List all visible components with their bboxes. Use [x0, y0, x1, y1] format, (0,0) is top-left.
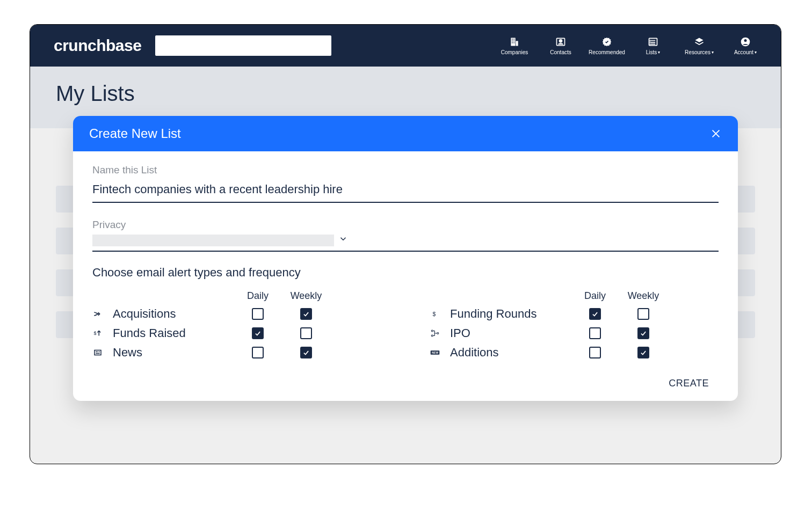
svg-point-30: [437, 333, 439, 334]
svg-rect-23: [95, 350, 101, 355]
news-icon: [92, 347, 103, 358]
badge-check-icon: [601, 36, 612, 47]
freq-header-daily: Daily: [236, 290, 279, 302]
modal-footer: CREATE: [73, 375, 738, 401]
alert-row-acquisitions: Acquisitions: [92, 307, 381, 321]
contact-card-icon: [555, 36, 566, 47]
svg-point-18: [744, 39, 747, 42]
checkbox-acquisitions-daily[interactable]: [252, 308, 264, 320]
nav-right: Companies Contacts Recommended: [494, 36, 766, 55]
nav-label: Lists: [646, 49, 657, 55]
freq-header-weekly: Weekly: [622, 290, 665, 302]
svg-point-28: [431, 330, 433, 332]
privacy-select[interactable]: [92, 234, 719, 252]
alert-label: Additions: [450, 346, 568, 360]
nav-lists[interactable]: Lists▾: [633, 36, 673, 55]
svg-point-14: [650, 40, 650, 41]
svg-text:$: $: [433, 311, 436, 317]
svg-point-16: [650, 43, 650, 44]
privacy-value-placeholder: [92, 235, 334, 246]
alerts-col-left: Daily Weekly Acquisitions $ Funds Raised: [92, 290, 381, 365]
alerts-grid: Daily Weekly Acquisitions $ Funds Raised: [92, 290, 719, 365]
svg-rect-7: [516, 41, 518, 46]
svg-text:$: $: [94, 331, 97, 336]
svg-rect-0: [511, 38, 515, 46]
org-chart-icon: [430, 328, 440, 339]
alert-label: Funds Raised: [113, 326, 231, 340]
nav-label: Companies: [501, 49, 528, 55]
list-name-input[interactable]: [92, 179, 719, 203]
svg-point-9: [560, 39, 562, 42]
svg-rect-6: [513, 42, 514, 43]
alert-row-funding-rounds: $ Funding Rounds: [430, 307, 719, 321]
modal-title: Create New List: [89, 126, 181, 141]
svg-point-15: [650, 42, 650, 42]
checkbox-ipo-daily[interactable]: [589, 327, 601, 339]
alerts-col-right: Daily Weekly $ Funding Rounds IPO: [430, 290, 719, 365]
dollar-up-icon: $: [92, 328, 103, 339]
alert-row-ipo: IPO: [430, 326, 719, 340]
search-input[interactable]: [155, 35, 331, 56]
svg-rect-4: [513, 40, 514, 41]
checkbox-news-weekly[interactable]: [300, 347, 312, 358]
checkbox-acquisitions-weekly[interactable]: [300, 308, 312, 320]
checkbox-funds-raised-daily[interactable]: [252, 327, 264, 339]
list-icon: [648, 36, 658, 47]
alerts-heading: Choose email alert types and frequency: [92, 266, 719, 280]
name-field-label: Name this List: [92, 164, 719, 176]
nav-label: Recommended: [589, 49, 625, 55]
top-nav: crunchbase Companies Contacts: [30, 25, 781, 67]
alert-row-additions: NEW Additions: [430, 346, 719, 360]
building-icon: [509, 36, 520, 47]
close-icon: [710, 128, 722, 140]
svg-rect-2: [513, 39, 514, 40]
create-button[interactable]: CREATE: [669, 378, 709, 389]
chevron-down-icon: ▾: [755, 50, 757, 55]
chevron-down-icon: ▾: [712, 50, 714, 55]
brand-logo: crunchbase: [54, 36, 141, 55]
modal-header: Create New List: [73, 116, 738, 151]
svg-rect-5: [512, 42, 513, 43]
chevron-down-icon: ▾: [658, 50, 660, 55]
checkbox-news-daily[interactable]: [252, 347, 264, 358]
privacy-field-label: Privacy: [92, 219, 719, 231]
alert-label: IPO: [450, 326, 568, 340]
nav-companies[interactable]: Companies: [494, 36, 535, 55]
nav-resources[interactable]: Resources▾: [679, 36, 720, 55]
nav-recommended[interactable]: Recommended: [586, 36, 627, 55]
checkbox-funding-rounds-daily[interactable]: [589, 308, 601, 320]
svg-text:NEW: NEW: [432, 351, 438, 354]
page-title: My Lists: [56, 82, 755, 106]
dollar-icon: $: [430, 309, 440, 319]
new-badge-icon: NEW: [430, 347, 440, 358]
alert-row-funds-raised: $ Funds Raised: [92, 326, 381, 340]
nav-label: Resources: [685, 49, 711, 55]
checkbox-additions-daily[interactable]: [589, 347, 601, 358]
alert-row-news: News: [92, 346, 381, 360]
alert-label: Funding Rounds: [450, 307, 568, 321]
nav-account[interactable]: Account▾: [725, 36, 766, 55]
chevron-down-icon: [338, 234, 348, 246]
nav-label: Contacts: [550, 49, 571, 55]
nav-label: Account: [734, 49, 753, 55]
nav-contacts[interactable]: Contacts: [540, 36, 581, 55]
freq-header-weekly: Weekly: [285, 290, 328, 302]
layers-icon: [694, 36, 705, 47]
app-shell: crunchbase Companies Contacts: [30, 24, 781, 464]
search-field-wrap[interactable]: [155, 35, 331, 56]
alert-label: News: [113, 346, 231, 360]
checkbox-additions-weekly[interactable]: [637, 347, 649, 358]
checkbox-funding-rounds-weekly[interactable]: [637, 308, 649, 320]
checkbox-ipo-weekly[interactable]: [637, 327, 649, 339]
freq-header-daily: Daily: [574, 290, 617, 302]
svg-rect-1: [512, 39, 513, 40]
create-list-modal: Create New List Name this List Privacy C…: [73, 116, 738, 401]
checkbox-funds-raised-weekly[interactable]: [300, 327, 312, 339]
close-button[interactable]: [710, 128, 722, 140]
alert-label: Acquisitions: [113, 307, 231, 321]
svg-point-29: [431, 335, 433, 336]
merge-icon: [92, 309, 103, 319]
modal-body: Name this List Privacy Choose email aler…: [73, 151, 738, 375]
user-circle-icon: [740, 36, 751, 47]
svg-rect-3: [512, 40, 513, 41]
